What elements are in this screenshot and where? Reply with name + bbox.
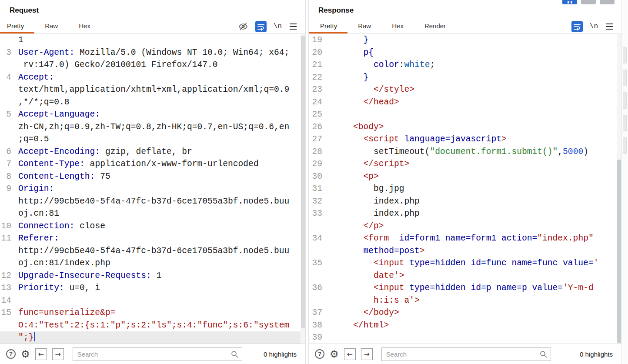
- line-number: 35: [309, 257, 322, 270]
- line-number: [0, 121, 11, 134]
- line-number: 36: [309, 282, 322, 294]
- inspector-tab-block[interactable]: [623, 47, 627, 63]
- response-tabs-row: PrettyRawHexRender \n: [309, 19, 621, 34]
- menu-icon[interactable]: [289, 23, 297, 30]
- split-view-button[interactable]: [562, 0, 577, 4]
- line-number: [309, 245, 322, 257]
- line-number: 33: [309, 207, 322, 220]
- word-wrap-icon[interactable]: [571, 21, 583, 32]
- line-number: 7: [0, 158, 11, 170]
- tab-raw[interactable]: Raw: [347, 19, 381, 33]
- line-number: [0, 96, 11, 109]
- code-row: rv:147.0) Gecko/20100101 Firefox/147.0: [0, 59, 305, 71]
- inspector-tab-block[interactable]: [623, 70, 627, 86]
- tab-render[interactable]: Render: [414, 19, 456, 33]
- code-row: 28 setTimeout("document.form1.submit()",…: [309, 146, 621, 158]
- line-number: [309, 294, 322, 307]
- line-number: 32: [309, 195, 322, 208]
- next-match-button[interactable]: →: [361, 348, 373, 360]
- line-number: 19: [309, 34, 322, 47]
- code-row: ;q=0.5: [0, 133, 305, 146]
- newline-icon[interactable]: \n: [274, 23, 282, 30]
- stacked-view-button[interactable]: [581, 0, 596, 4]
- code-row: 3User-Agent: Mozilla/5.0 (Windows NT 10.…: [0, 47, 305, 59]
- line-number: [0, 59, 11, 71]
- hide-nonprintable-icon[interactable]: [238, 21, 248, 32]
- code-row: 39: [309, 331, 621, 344]
- code-row: 21 color:white;: [309, 59, 621, 71]
- line-number: 38: [309, 319, 322, 332]
- line-number: 15: [0, 307, 11, 319]
- code-row: oj.cn:81: [0, 207, 305, 220]
- response-panel: Response PrettyRawHexRender \n: [308, 0, 621, 364]
- request-search-input[interactable]: [77, 351, 231, 358]
- prev-match-button[interactable]: ←: [344, 348, 356, 360]
- code-row: 34 <form id=form1 name=form1 action="ind…: [309, 232, 621, 245]
- tab-pretty[interactable]: Pretty: [309, 19, 347, 33]
- help-icon[interactable]: ?: [6, 349, 16, 359]
- code-row: 36 <input type=hidden id=p name=p value=…: [309, 282, 621, 294]
- prev-match-button[interactable]: ←: [35, 348, 47, 360]
- request-highlights-count: 0 highlights: [264, 351, 300, 358]
- settings-gear-icon[interactable]: ⚙: [21, 349, 30, 359]
- single-view-button[interactable]: [600, 0, 615, 4]
- line-number: [0, 319, 11, 332]
- code-row: http://99cb5e40-5f4a-47fc-b37d-6ce17055a…: [0, 245, 305, 257]
- code-row: oj.cn:81/index.php: [0, 257, 305, 270]
- line-number: 23: [309, 83, 322, 96]
- line-number: 31: [309, 183, 322, 195]
- code-row: text/html,application/xhtml+xml,applicat…: [0, 83, 305, 96]
- line-number: 4: [0, 71, 11, 84]
- code-row: 32 index.php: [309, 195, 621, 208]
- line-number: [0, 207, 11, 220]
- request-scrollbar[interactable]: [301, 34, 305, 344]
- code-row: 7Content-Type: application/x-www-form-ur…: [0, 158, 305, 170]
- line-number: 9: [0, 183, 11, 195]
- code-row: date'>: [309, 270, 621, 282]
- tab-hex[interactable]: Hex: [381, 19, 414, 33]
- response-code-area[interactable]: 19 }20 p{21 color:white;22 }23 </style>2…: [309, 34, 621, 344]
- line-number: 27: [309, 133, 322, 146]
- burp-message-editor: Request PrettyRawHex: [0, 0, 628, 364]
- code-row: 14: [0, 294, 305, 307]
- line-number: 13: [0, 282, 11, 294]
- code-row: 10Connection: close: [0, 220, 305, 233]
- inspector-tab-block[interactable]: [623, 92, 627, 109]
- line-number: [0, 195, 11, 208]
- next-match-button[interactable]: →: [52, 348, 64, 360]
- search-icon: [231, 351, 238, 358]
- request-code: 13User-Agent: Mozilla/5.0 (Windows NT 10…: [0, 34, 305, 344]
- help-icon[interactable]: ?: [315, 349, 324, 359]
- request-code-area[interactable]: 13User-Agent: Mozilla/5.0 (Windows NT 10…: [0, 34, 305, 344]
- code-row: 13Priority: u=0, i: [0, 282, 305, 294]
- inspector-tab-block[interactable]: [623, 137, 627, 154]
- code-row: 29 </script>: [309, 158, 621, 170]
- word-wrap-icon[interactable]: [255, 21, 267, 32]
- line-number: 25: [309, 108, 322, 121]
- code-row: http://99cb5e40-5f4a-47fc-b37d-6ce17055a…: [0, 195, 305, 208]
- line-number: 28: [309, 146, 322, 158]
- code-row: </p>: [309, 220, 621, 233]
- tab-pretty[interactable]: Pretty: [0, 19, 34, 33]
- request-scrollbar-thumb[interactable]: [301, 36, 305, 328]
- code-row: h:i:s a'>: [309, 294, 621, 307]
- request-statusbar: ? ⚙ ← → 0 highlights: [0, 344, 305, 364]
- line-number: [0, 257, 11, 270]
- newline-icon[interactable]: \n: [590, 23, 598, 30]
- code-row: 23 </style>: [309, 83, 621, 96]
- code-row: 22 }: [309, 71, 621, 84]
- response-search-input[interactable]: [386, 351, 540, 358]
- tab-raw[interactable]: Raw: [34, 19, 68, 33]
- code-row: 15func=unserialize&p=: [0, 307, 305, 319]
- inspector-tab-block[interactable]: [623, 115, 627, 131]
- response-scrollbar-thumb[interactable]: [617, 160, 621, 343]
- inspector-rail: [621, 0, 628, 364]
- tab-hex[interactable]: Hex: [68, 19, 101, 33]
- response-scrollbar[interactable]: [617, 34, 621, 344]
- request-tabs: PrettyRawHex: [0, 19, 101, 33]
- code-row: 25: [309, 108, 621, 121]
- line-number: [0, 245, 11, 257]
- code-row: 30 <p>: [309, 170, 621, 183]
- menu-icon[interactable]: [605, 23, 614, 30]
- settings-gear-icon[interactable]: ⚙: [330, 349, 339, 359]
